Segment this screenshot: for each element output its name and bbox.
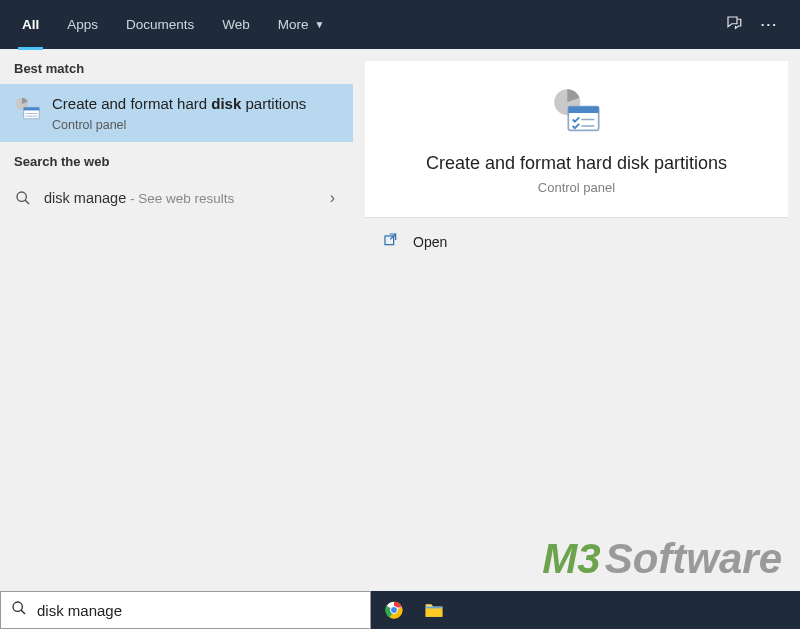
title-prefix: Create and format hard <box>52 95 211 112</box>
preview-pane: Create and format hard disk partitions C… <box>353 49 800 591</box>
tab-apps[interactable]: Apps <box>53 0 112 49</box>
svg-rect-19 <box>426 607 443 609</box>
title-suffix: partitions <box>241 95 306 112</box>
taskbar-search-box[interactable] <box>0 591 371 629</box>
svg-line-6 <box>25 200 29 204</box>
result-text-block: Create and format hard disk partitions C… <box>52 94 339 132</box>
chevron-down-icon: ▼ <box>315 19 325 30</box>
search-icon <box>14 190 32 206</box>
taskbar <box>0 591 800 629</box>
tab-label: All <box>22 17 39 32</box>
tabs-left-group: All Apps Documents Web More ▼ <box>8 0 339 49</box>
svg-rect-9 <box>568 107 598 114</box>
tab-web[interactable]: Web <box>208 0 264 49</box>
preview-card: Create and format hard disk partitions C… <box>365 61 788 218</box>
title-bold: disk <box>211 95 241 112</box>
best-match-result[interactable]: Create and format hard disk partitions C… <box>0 84 353 142</box>
section-header-web: Search the web <box>0 142 353 177</box>
chevron-right-icon: › <box>330 189 339 207</box>
results-pane: Best match Create and format hard disk p… <box>0 49 353 591</box>
watermark-rest: Software <box>605 535 782 583</box>
watermark-m3: M3 <box>542 535 600 583</box>
preview-subtitle: Control panel <box>538 180 615 195</box>
tab-label: Web <box>222 17 250 32</box>
disk-management-icon-large <box>551 87 603 139</box>
result-subtitle: Control panel <box>52 118 339 132</box>
more-options-icon[interactable]: ··· <box>761 17 778 32</box>
file-explorer-icon[interactable] <box>423 599 445 621</box>
feedback-icon[interactable] <box>725 14 743 35</box>
svg-point-13 <box>13 602 22 611</box>
web-result-query: disk manage <box>44 190 126 206</box>
preview-title: Create and format hard disk partitions <box>426 153 727 174</box>
taskbar-apps <box>371 591 800 629</box>
tab-label: Documents <box>126 17 194 32</box>
web-result-suffix: - See web results <box>126 191 234 206</box>
disk-management-icon <box>14 96 42 124</box>
tab-label: More <box>278 17 309 32</box>
watermark-logo: M3 Software <box>542 535 782 583</box>
open-icon <box>383 232 399 251</box>
svg-line-14 <box>21 610 25 614</box>
web-search-result[interactable]: disk manage - See web results › <box>0 177 353 219</box>
search-icon <box>11 600 27 620</box>
section-header-best-match: Best match <box>0 49 353 84</box>
tab-all[interactable]: All <box>8 0 53 49</box>
tab-documents[interactable]: Documents <box>112 0 208 49</box>
main-area: Best match Create and format hard disk p… <box>0 49 800 591</box>
result-title: Create and format hard disk partitions <box>52 94 339 114</box>
open-action[interactable]: Open <box>365 218 788 265</box>
open-label: Open <box>413 234 447 250</box>
svg-point-5 <box>17 192 26 201</box>
tab-more[interactable]: More ▼ <box>264 0 339 49</box>
tab-label: Apps <box>67 17 98 32</box>
search-input[interactable] <box>37 602 360 619</box>
svg-rect-2 <box>24 107 40 110</box>
search-filter-tabs: All Apps Documents Web More ▼ ··· <box>0 0 800 49</box>
svg-point-17 <box>391 607 398 614</box>
chrome-icon[interactable] <box>383 599 405 621</box>
tabs-right-group: ··· <box>725 14 792 35</box>
web-result-text: disk manage - See web results <box>44 190 318 206</box>
